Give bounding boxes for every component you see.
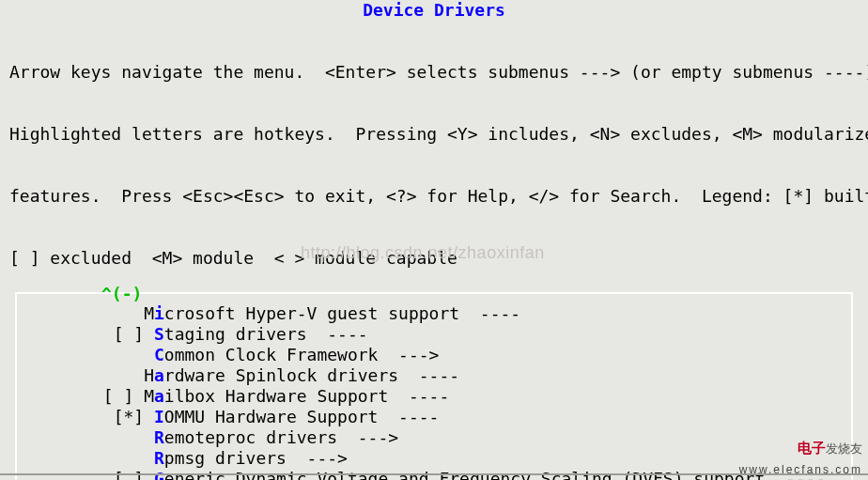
- site-logo: 电子发烧友 www.elecfans.com: [739, 438, 862, 480]
- hotkey-letter: a: [154, 386, 164, 406]
- menu-item-mark: [17, 448, 154, 469]
- menu-iommu[interactable]: [*] IOMMU Hardware Support ----: [17, 407, 851, 427]
- hotkey-letter: I: [154, 407, 164, 426]
- menu-hyperv-guest[interactable]: Microsoft Hyper-V guest support ----: [17, 303, 851, 324]
- menu-item-text: pmsg drivers --->: [164, 448, 348, 468]
- menu-item-text: crosoft Hyper-V guest support ----: [164, 303, 520, 323]
- help-line: [ ] excluded <M> module < > module capab…: [9, 248, 859, 269]
- menu-item-label: IOMMU Hardware Support ----: [154, 407, 439, 427]
- menu-item-label: icrosoft Hyper-V guest support ----: [154, 303, 520, 324]
- menu-item-text: ommon Clock Framework --->: [164, 345, 440, 364]
- hotkey-letter: C: [154, 345, 164, 364]
- menu-item-label: Remoteproc drivers --->: [154, 427, 398, 448]
- menu-mailbox[interactable]: [ ] Mailbox Hardware Support ----: [17, 386, 851, 407]
- help-line: Highlighted letters are hotkeys. Pressin…: [9, 124, 859, 145]
- menu-item-text: OMMU Hardware Support ----: [164, 407, 440, 426]
- menu-common-clock[interactable]: Common Clock Framework --->: [17, 345, 851, 365]
- help-text: Arrow keys navigate the menu. <Enter> se…: [0, 21, 868, 289]
- logo-url: www.elecfans.com: [739, 459, 862, 480]
- menu-frame: ^(-) Microsoft Hyper-V guest support ---…: [15, 292, 853, 480]
- menu-item-label: Rpmsg drivers --->: [154, 448, 348, 469]
- menu-remoteproc[interactable]: Remoteproc drivers --->: [17, 427, 851, 448]
- menu-rpmsg[interactable]: Rpmsg drivers --->: [17, 448, 851, 469]
- hotkey-letter: R: [154, 427, 164, 447]
- logo-prefix: 电子: [798, 440, 826, 456]
- menu-item-mark: [ ] M: [17, 386, 154, 407]
- divider: [0, 473, 868, 475]
- menu-item-text: rdware Spinlock drivers ----: [164, 365, 459, 385]
- menu-item-label: ardware Spinlock drivers ----: [154, 365, 459, 386]
- menu-item-label: ailbox Hardware Support ----: [154, 386, 449, 407]
- hotkey-letter: i: [154, 303, 164, 323]
- menu-item-mark: [17, 345, 154, 365]
- menu-item-mark: H: [17, 365, 154, 386]
- hotkey-letter: R: [154, 448, 164, 468]
- logo-suffix: 发烧友: [826, 441, 862, 456]
- menu-hw-spinlock[interactable]: Hardware Spinlock drivers ----: [17, 365, 851, 386]
- help-line: Arrow keys navigate the menu. <Enter> se…: [9, 62, 859, 83]
- menu-item-text: emoteproc drivers --->: [164, 427, 398, 447]
- hotkey-letter: a: [154, 365, 164, 385]
- menu-item-text: taging drivers ----: [164, 324, 368, 344]
- menu-item-mark: [*]: [17, 407, 154, 427]
- menu-item-text: ilbox Hardware Support ----: [164, 386, 449, 406]
- menu-item-mark: [ ]: [17, 324, 154, 345]
- help-line: features. Press <Esc><Esc> to exit, <?> …: [9, 186, 859, 207]
- menu-item-label: Staging drivers ----: [154, 324, 368, 345]
- scroll-up-indicator[interactable]: ^(-): [101, 284, 142, 304]
- menu-item-mark: M: [17, 303, 154, 324]
- hotkey-letter: S: [154, 324, 164, 344]
- menu-staging-drivers[interactable]: [ ] Staging drivers ----: [17, 324, 851, 345]
- menu-list: Microsoft Hyper-V guest support ----[ ] …: [17, 303, 851, 480]
- menu-item-mark: [17, 427, 154, 448]
- menu-item-label: Common Clock Framework --->: [154, 345, 439, 365]
- page-title: Device Drivers: [0, 0, 868, 21]
